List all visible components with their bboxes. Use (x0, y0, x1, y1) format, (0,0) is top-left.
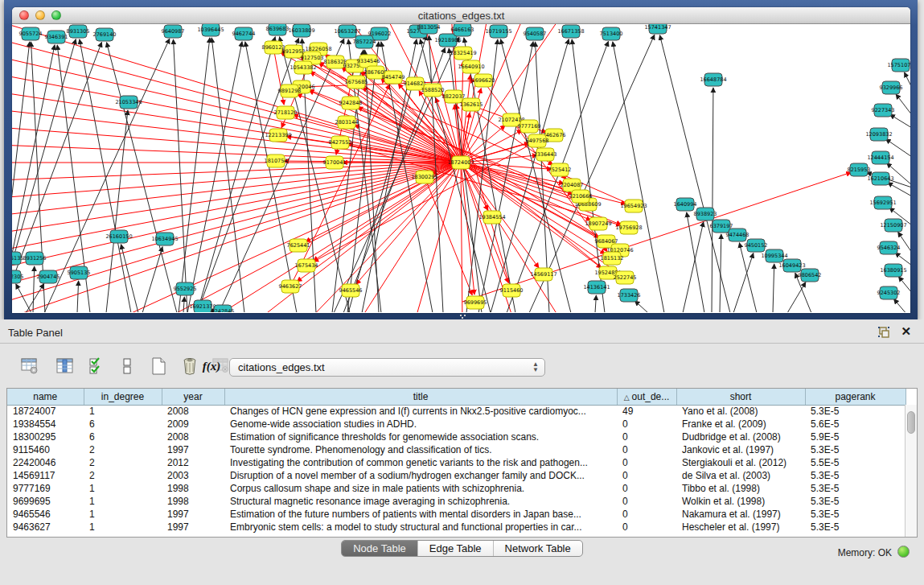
network-node[interactable]: 12444154 (867, 151, 893, 164)
network-node[interactable]: 9450152 (745, 239, 768, 252)
network-node[interactable]: 2803144 (335, 116, 359, 129)
table-cell[interactable]: 19384554 (7, 418, 84, 431)
table-cell[interactable]: 5.3E-5 (805, 482, 906, 495)
network-node[interactable]: 15751074 (887, 59, 910, 72)
table-cell[interactable]: Tourette syndrome. Phenomenology and cla… (224, 443, 617, 456)
table-cell[interactable]: Changes of HCN gene expression and I(f) … (224, 405, 617, 418)
table-cell[interactable]: 2008 (162, 405, 224, 418)
table-cell[interactable]: 1 (84, 405, 162, 418)
network-node[interactable]: 8931256 (23, 252, 47, 265)
table-cell[interactable]: 2 (84, 456, 162, 469)
float-panel-icon[interactable] (877, 326, 890, 339)
close-panel-icon[interactable]: ✕ (901, 324, 911, 339)
unchecked-boxes-icon[interactable] (117, 356, 138, 377)
column-header-name[interactable]: name (7, 389, 84, 405)
table-row[interactable]: 946554611997Estimation of the future num… (7, 508, 906, 521)
table-cell[interactable]: 1 (84, 508, 162, 521)
network-node[interactable]: 9242848 (339, 97, 363, 109)
network-node[interactable]: 16640910 (458, 60, 484, 73)
network-node[interactable]: 1675685 (345, 76, 368, 89)
network-node[interactable]: 9227343 (872, 104, 895, 117)
table-row[interactable]: 1456911722003Disruption of a novel membe… (7, 469, 906, 482)
column-header-title[interactable]: title (224, 389, 617, 405)
table-cell[interactable]: Dudbridge et al. (2008) (676, 431, 805, 443)
table-row[interactable]: 1830029562008Estimation of significance … (7, 431, 906, 443)
network-node[interactable]: 7857224 (353, 35, 376, 48)
table-cell[interactable]: 0 (617, 469, 676, 482)
table-cell[interactable]: 2 (84, 443, 162, 456)
network-node[interactable]: 8427552 (329, 136, 352, 149)
network-node[interactable]: 9891298 (278, 84, 302, 97)
table-cell[interactable]: 2009 (162, 418, 224, 431)
network-node[interactable]: 9170041 (323, 156, 347, 169)
network-node[interactable]: 5905135 (68, 266, 91, 279)
checked-boxes-icon[interactable] (86, 356, 107, 377)
column-header-year[interactable]: year (162, 389, 224, 405)
table-cell[interactable]: Nakamura et al. (1997) (676, 508, 805, 521)
table-cell[interactable]: 14569117 (7, 469, 84, 482)
network-node[interactable]: 1640994 (674, 198, 697, 211)
network-node[interactable]: 12093832 (865, 128, 892, 141)
table-cell[interactable]: Jankovic et al. (1997) (676, 443, 805, 456)
table-cell[interactable]: 5.3E-5 (805, 495, 906, 508)
table-cell[interactable]: 5.3E-5 (805, 405, 906, 418)
column-header-out_de[interactable]: △out_de... (617, 389, 676, 405)
scrollbar-thumb[interactable] (907, 411, 915, 434)
network-node[interactable]: 10396445 (197, 24, 224, 36)
window-titlebar[interactable]: citations_edges.txt (12, 7, 910, 24)
network-node[interactable]: 9546324 (877, 241, 901, 254)
splitter-grip[interactable] (458, 314, 468, 319)
network-node[interactable]: 3210666 (569, 190, 593, 203)
table-cell[interactable]: 5.3E-5 (805, 469, 906, 482)
table-cell[interactable]: 1997 (162, 508, 224, 521)
table-row[interactable]: 2242004622012Investigating the contribut… (7, 456, 906, 469)
network-node[interactable]: 7625441 (287, 239, 310, 252)
table-cell[interactable]: 5.9E-5 (805, 431, 906, 443)
table-cell[interactable]: Disruption of a novel member of a sodium… (224, 469, 617, 482)
network-node[interactable]: 6497568 (526, 134, 549, 147)
table-row[interactable]: 969969511998Structural magnetic resonanc… (7, 495, 906, 508)
network-node[interactable]: 1815132 (601, 252, 624, 265)
table-cell[interactable]: 1998 (162, 482, 224, 495)
table-cell[interactable]: Corpus callosum shape and size in male p… (224, 482, 617, 495)
network-node[interactable]: 15692951 (869, 196, 896, 209)
network-node[interactable]: 9242845 (211, 305, 235, 312)
network-node[interactable]: 2904745 (37, 270, 60, 283)
table-cell[interactable]: 1 (84, 482, 162, 495)
table-cell[interactable]: Franke et al. (2009) (676, 418, 805, 431)
table-cell[interactable]: 0 (617, 418, 676, 431)
network-node[interactable]: 9640987 (162, 25, 185, 38)
network-node[interactable]: 15741347 (644, 24, 671, 34)
table-cell[interactable]: Yano et al. (2008) (676, 405, 805, 418)
network-node[interactable]: 6466163 (451, 24, 474, 36)
network-node[interactable]: 9474468 (726, 229, 749, 241)
table-cell[interactable]: 49 (617, 405, 676, 418)
table-cell[interactable]: 5.3E-5 (805, 508, 906, 521)
network-node[interactable]: 9312305 (12, 270, 23, 283)
network-node[interactable]: 2769140 (93, 28, 117, 41)
table-cell[interactable]: Estimation of significance thresholds fo… (224, 431, 617, 443)
table-vertical-scrollbar[interactable] (905, 405, 917, 537)
table-cell[interactable]: 9699695 (7, 495, 84, 508)
network-node[interactable]: 9463627 (279, 280, 302, 293)
table-cell[interactable]: 5.3E-5 (805, 443, 906, 456)
network-node[interactable]: 19384554 (478, 211, 505, 224)
table-cell[interactable]: 9463627 (7, 521, 84, 534)
network-node[interactable]: 18300295 (411, 171, 437, 183)
table-cell[interactable]: 18300295 (7, 431, 84, 443)
network-node[interactable]: 2336443 (534, 148, 557, 161)
column-header-short[interactable]: short (676, 389, 805, 405)
delete-column-icon[interactable] (179, 356, 200, 377)
table-row[interactable]: 1872400712008Changes of HCN gene express… (7, 405, 906, 418)
network-node[interactable]: 9699695 (464, 296, 487, 309)
network-node[interactable]: 8215953 (848, 163, 871, 176)
network-node[interactable]: 9540587 (524, 27, 547, 40)
table-cell[interactable]: Hescheler et al. (1997) (676, 521, 805, 534)
network-node[interactable]: 8454749 (382, 71, 405, 84)
table-cell[interactable]: 9777169 (7, 482, 84, 495)
table-cell[interactable]: 2 (84, 469, 162, 482)
table-cell[interactable]: 2012 (162, 456, 224, 469)
table-cell[interactable]: 1997 (162, 443, 224, 456)
network-node[interactable]: 9462744 (232, 27, 256, 40)
table-cell[interactable]: 1997 (162, 521, 224, 534)
